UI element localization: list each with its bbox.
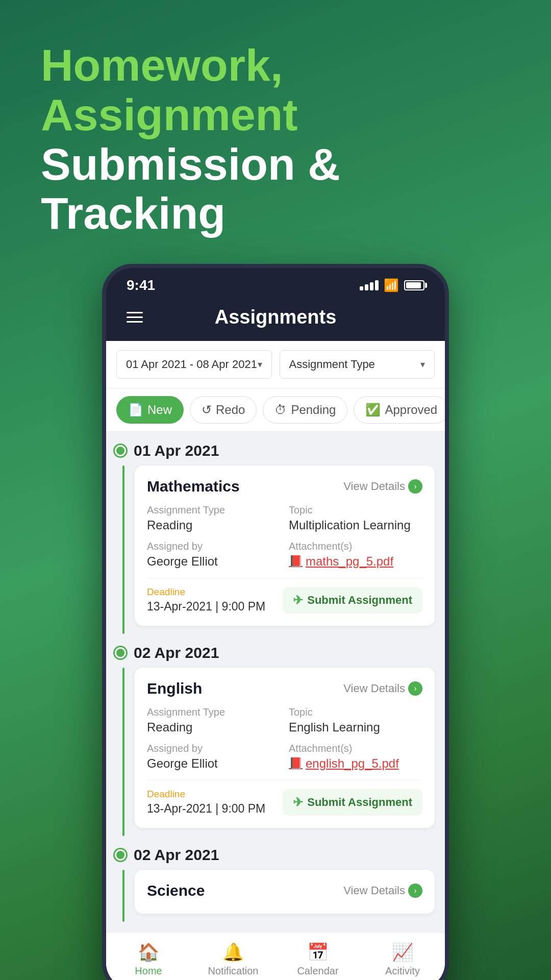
assignment-type-label-english: Assignment Type — [147, 706, 281, 718]
notification-icon: 🔔 — [222, 942, 244, 962]
pdf-icon-english: 📕 — [289, 757, 303, 770]
assignment-type-label: Assignment Type — [289, 358, 375, 371]
redo-tab-label: Redo — [216, 403, 245, 417]
bottom-nav: 🏠 Home 🔔 Notification 📅 Calendar 📈 Aciti… — [106, 932, 445, 980]
tab-redo[interactable]: ↺ Redo — [190, 396, 257, 424]
assigned-by-field-english: Assigned by George Elliot — [147, 743, 281, 771]
topic-label-english: Topic — [289, 706, 422, 718]
date-range-label: 01 Apr 2021 - 08 Apr 2021 — [126, 358, 257, 371]
assignment-card-science: Science View Details › — [135, 870, 435, 914]
nav-activity[interactable]: 📈 Acitivity — [360, 942, 445, 977]
tab-pending[interactable]: ⏱ Pending — [263, 396, 347, 424]
tab-approved[interactable]: ✅ Approved — [354, 396, 445, 424]
assignment-type-label-math: Assignment Type — [147, 504, 281, 516]
view-details-math-label: View Details — [343, 480, 405, 493]
attachment-filename-math: maths_pg_5.pdf — [306, 554, 393, 569]
nav-notification[interactable]: 🔔 Notification — [191, 942, 276, 977]
topic-value-english: English Learning — [289, 720, 422, 734]
view-details-english[interactable]: View Details › — [343, 681, 422, 696]
status-icons: 📶 — [360, 278, 424, 292]
submit-button-math[interactable]: ✈ Submit Assignment — [283, 587, 422, 614]
topic-value-math: Multiplication Learning — [289, 518, 422, 532]
deadline-math: Deadline 13-Apr-2021 | 9:00 PM — [147, 586, 265, 614]
assigned-by-field-math: Assigned by George Elliot — [147, 541, 281, 569]
deadline-value-math: 13-Apr-2021 | 9:00 PM — [147, 600, 265, 614]
view-details-science-label: View Details — [343, 884, 405, 897]
attachment-value-math[interactable]: 📕 maths_pg_5.pdf — [289, 554, 422, 569]
card-header-english: English View Details › — [147, 680, 422, 697]
activity-icon: 📈 — [392, 942, 413, 962]
assignments-list: 01 Apr 2021 Mathematics View Details › — [106, 432, 445, 932]
submit-label-english: Submit Assignment — [307, 796, 412, 809]
attachment-label-english: Attachment(s) — [289, 743, 422, 754]
attachment-field-math: Attachment(s) 📕 maths_pg_5.pdf — [289, 541, 422, 569]
calendar-icon: 📅 — [307, 942, 329, 962]
nav-calendar[interactable]: 📅 Calendar — [276, 942, 360, 977]
card-grid-math: Assignment Type Reading Topic Multiplica… — [147, 504, 422, 569]
hamburger-menu-button[interactable] — [127, 312, 143, 323]
signal-icon — [360, 280, 379, 290]
timeline-dot-2 — [115, 647, 126, 658]
topic-label-math: Topic — [289, 504, 422, 516]
date-range-filter[interactable]: 01 Apr 2021 - 08 Apr 2021 ▾ — [116, 350, 272, 379]
date-label-2: 02 Apr 2021 — [134, 644, 219, 662]
timeline-line-1 — [122, 465, 124, 634]
nav-home[interactable]: 🏠 Home — [106, 942, 191, 977]
card-header-math: Mathematics View Details › — [147, 478, 422, 495]
page-title-white: Submission & Tracking — [41, 140, 510, 239]
pending-tab-icon: ⏱ — [274, 403, 287, 417]
assignment-card-math: Mathematics View Details › Assignment Ty… — [135, 465, 435, 626]
activity-label: Acitivity — [385, 965, 420, 977]
view-details-math[interactable]: View Details › — [343, 479, 422, 494]
submit-label-math: Submit Assignment — [307, 594, 412, 607]
phone-content: 01 Apr 2021 - 08 Apr 2021 ▾ Assignment T… — [106, 341, 445, 980]
app-title: Assignments — [215, 306, 337, 328]
pdf-icon-math: 📕 — [289, 555, 303, 568]
phone-frame: 9:41 📶 Assignments — [102, 264, 449, 980]
submit-icon-english: ✈ — [293, 795, 303, 810]
assigned-by-value-math: George Elliot — [147, 554, 281, 569]
card-header-science: Science View Details › — [147, 882, 422, 899]
date-header-1: 01 Apr 2021 — [116, 442, 435, 459]
assignment-type-chevron-icon: ▾ — [420, 359, 425, 370]
page-title-green: Homework, Assignment — [41, 41, 510, 140]
view-details-science[interactable]: View Details › — [343, 884, 422, 898]
submit-icon-math: ✈ — [293, 593, 303, 607]
attachment-label-math: Attachment(s) — [289, 541, 422, 552]
date-label-3: 02 Apr 2021 — [134, 846, 219, 864]
attachment-field-english: Attachment(s) 📕 english_pg_5.pdf — [289, 743, 422, 771]
assignment-type-filter[interactable]: Assignment Type ▾ — [280, 350, 435, 379]
deadline-value-english: 13-Apr-2021 | 9:00 PM — [147, 802, 265, 816]
redo-tab-icon: ↺ — [202, 403, 212, 417]
date-section-2: 02 Apr 2021 English View Details › — [116, 644, 435, 836]
assignment-card-english: English View Details › Assignment Type R… — [135, 668, 435, 828]
view-details-math-arrow: › — [408, 479, 422, 494]
assignment-type-field-math: Assignment Type Reading — [147, 504, 281, 532]
view-details-english-label: View Details — [343, 682, 405, 695]
app-header: Assignments — [106, 299, 445, 341]
pending-tab-label: Pending — [291, 403, 336, 417]
date-section-1: 01 Apr 2021 Mathematics View Details › — [116, 442, 435, 634]
date-header-2: 02 Apr 2021 — [116, 644, 435, 662]
home-icon: 🏠 — [138, 942, 159, 962]
assignment-type-value-math: Reading — [147, 518, 281, 532]
battery-icon — [404, 280, 424, 290]
subject-science: Science — [147, 882, 205, 899]
deadline-label-english: Deadline — [147, 789, 265, 800]
subject-english: English — [147, 680, 202, 697]
tab-new[interactable]: 📄 New — [116, 396, 184, 424]
timeline-dot-1 — [115, 445, 126, 456]
timeline-line-3 — [122, 870, 124, 922]
timeline-line-2 — [122, 668, 124, 836]
assignment-type-value-english: Reading — [147, 720, 281, 734]
submit-button-english[interactable]: ✈ Submit Assignment — [283, 789, 422, 816]
approved-tab-label: Approved — [385, 403, 437, 417]
topic-field-english: Topic English Learning — [289, 706, 422, 734]
attachment-value-english[interactable]: 📕 english_pg_5.pdf — [289, 756, 422, 771]
tab-bar: 📄 New ↺ Redo ⏱ Pending ✅ Approved — [106, 388, 445, 432]
date-header-3: 02 Apr 2021 — [116, 846, 435, 864]
wifi-icon: 📶 — [384, 278, 399, 292]
time-display: 9:41 — [127, 277, 155, 293]
deadline-english: Deadline 13-Apr-2021 | 9:00 PM — [147, 789, 265, 816]
new-tab-label: New — [147, 403, 172, 417]
